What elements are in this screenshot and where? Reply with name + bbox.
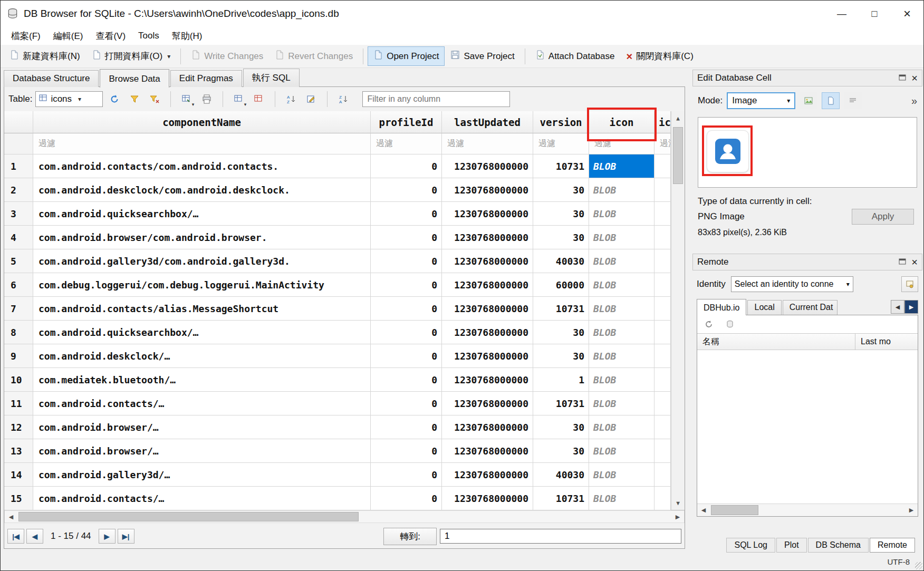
scroll-right-icon[interactable]: ▶: [905, 507, 918, 514]
cell-version[interactable]: 30: [533, 202, 589, 226]
open-project-button[interactable]: Open Project: [368, 46, 445, 66]
cell-componentname[interactable]: com.mediatek.bluetooth/…: [33, 368, 371, 392]
remote-scrollbar-thumb[interactable]: [711, 505, 758, 515]
maximize-button[interactable]: □: [858, 1, 891, 27]
view-tab[interactable]: Database Structure: [4, 70, 99, 87]
cell-componentname[interactable]: com.debug.loggerui/com.debug.loggerui.Ma…: [33, 273, 371, 297]
menu-item[interactable]: 幫助(H): [166, 28, 209, 44]
cell-componentname[interactable]: com.android.browser/…: [33, 415, 371, 439]
cell-icon-blob[interactable]: BLOB: [589, 415, 654, 439]
cell-partial[interactable]: [654, 344, 671, 368]
column-header-icon[interactable]: icon: [589, 111, 654, 133]
cell-lastupdated[interactable]: 1230768000000: [442, 439, 533, 463]
last-page-button[interactable]: ▶|: [118, 529, 134, 544]
cell-icon-blob[interactable]: BLOB: [589, 463, 654, 487]
table-row[interactable]: 9 com.android.deskclock/… 0 123076800000…: [4, 344, 685, 368]
column-header-profileid[interactable]: profileId: [371, 111, 442, 133]
cell-componentname[interactable]: com.android.deskclock/…: [33, 344, 371, 368]
view-tab[interactable]: Browse Data: [100, 69, 169, 88]
cell-profileid[interactable]: 0: [371, 321, 442, 344]
scroll-left-icon[interactable]: ◀: [5, 514, 17, 520]
table-row[interactable]: 12 com.android.browser/… 0 1230768000000…: [4, 415, 685, 439]
save-project-button[interactable]: Save Project: [445, 46, 520, 66]
remote-column-name[interactable]: 名稱: [697, 334, 855, 350]
menu-item[interactable]: Tools: [132, 28, 166, 43]
cell-icon-blob[interactable]: BLOB: [589, 392, 654, 415]
column-header-lastupdated[interactable]: lastUpdated: [442, 111, 533, 133]
cell-icon-blob[interactable]: BLOB: [589, 202, 654, 226]
table-row[interactable]: 7 com.android.contacts/alias.MessageShor…: [4, 297, 685, 321]
cell-componentname[interactable]: com.android.browser/…: [33, 439, 371, 463]
edit-cell-button[interactable]: [303, 91, 320, 108]
cell-icon-blob[interactable]: BLOB: [589, 154, 654, 178]
menu-item[interactable]: 查看(V): [89, 28, 132, 44]
close-panel-icon[interactable]: ×: [911, 256, 918, 268]
filter-button[interactable]: [126, 91, 143, 108]
table-row[interactable]: 6 com.debug.loggerui/com.debug.loggerui.…: [4, 273, 685, 297]
table-selector[interactable]: icons ▾: [35, 91, 103, 107]
cell-icon-blob[interactable]: BLOB: [589, 487, 654, 510]
filter-input-version[interactable]: 過濾: [533, 133, 589, 154]
cell-profileid[interactable]: 0: [371, 154, 442, 178]
attach-database-button[interactable]: Attach Database: [530, 46, 621, 66]
cell-version[interactable]: 30: [533, 226, 589, 249]
filter-input-icon[interactable]: 過濾: [589, 133, 654, 154]
table-row[interactable]: 4 com.android.browser/com.android.browse…: [4, 226, 685, 249]
new-database-button[interactable]: 新建資料庫(N): [4, 46, 86, 66]
scroll-left-icon[interactable]: ◀: [697, 507, 710, 514]
row-number[interactable]: 14: [4, 463, 33, 487]
row-number[interactable]: 9: [4, 344, 33, 368]
row-number[interactable]: 3: [4, 202, 33, 226]
goto-button[interactable]: 轉到:: [383, 528, 437, 545]
vertical-scrollbar-thumb[interactable]: [673, 127, 683, 184]
identity-settings-button[interactable]: [901, 276, 918, 292]
menu-item[interactable]: 編輯(E): [47, 28, 90, 44]
cell-componentname[interactable]: com.android.gallery3d/…: [33, 463, 371, 487]
sort-ascending-button[interactable]: AZ: [283, 91, 300, 108]
cell-icon-blob[interactable]: BLOB: [589, 344, 654, 368]
cell-componentname[interactable]: com.android.contacts/com.android.contact…: [33, 154, 371, 178]
filter-input-lastupdated[interactable]: 過濾: [442, 133, 533, 154]
filter-input-partial[interactable]: 過濾: [654, 133, 671, 154]
cell-lastupdated[interactable]: 1230768000000: [442, 392, 533, 415]
dock-tab[interactable]: DB Schema: [808, 538, 869, 553]
cell-partial[interactable]: [654, 487, 671, 510]
view-tab[interactable]: Edit Pragmas: [170, 70, 242, 87]
cell-partial[interactable]: [654, 368, 671, 392]
cell-profileid[interactable]: 0: [371, 249, 442, 273]
save-record-dropdown-icon[interactable]: ▾: [192, 102, 195, 107]
column-header-componentname[interactable]: componentName: [33, 111, 371, 133]
first-page-button[interactable]: |◀: [7, 529, 24, 544]
cell-componentname[interactable]: com.android.quicksearchbox/…: [33, 202, 371, 226]
cell-profileid[interactable]: 0: [371, 273, 442, 297]
row-number[interactable]: 4: [4, 226, 33, 249]
filter-any-column-input[interactable]: [362, 91, 510, 107]
write-changes-button[interactable]: Write Changes: [185, 46, 269, 66]
text-mode-button[interactable]: [844, 92, 862, 109]
row-number[interactable]: 2: [4, 178, 33, 202]
table-row[interactable]: 11 com.android.contacts/… 0 123076800000…: [4, 392, 685, 415]
apply-button[interactable]: Apply: [852, 209, 914, 225]
resize-grip-icon[interactable]: [915, 562, 922, 569]
remote-clone-button[interactable]: [721, 316, 738, 333]
cell-icon-blob[interactable]: BLOB: [589, 297, 654, 321]
cell-icon-blob[interactable]: BLOB: [589, 368, 654, 392]
horizontal-scrollbar-track[interactable]: [17, 511, 671, 522]
cell-icon-blob[interactable]: BLOB: [589, 249, 654, 273]
cell-profileid[interactable]: 0: [371, 226, 442, 249]
cell-lastupdated[interactable]: 1230768000000: [442, 344, 533, 368]
cell-profileid[interactable]: 0: [371, 344, 442, 368]
scroll-right-icon[interactable]: ▶: [671, 514, 684, 520]
filter-input-componentname[interactable]: 過濾: [33, 133, 371, 154]
cell-icon-blob[interactable]: BLOB: [589, 178, 654, 202]
cell-lastupdated[interactable]: 1230768000000: [442, 226, 533, 249]
tab-scroll-right-icon[interactable]: ▶: [904, 300, 918, 314]
image-mode-button[interactable]: [822, 92, 840, 109]
cell-profileid[interactable]: 0: [371, 368, 442, 392]
scroll-up-icon[interactable]: ▲: [671, 111, 685, 125]
table-row[interactable]: 5 com.android.gallery3d/com.android.gall…: [4, 249, 685, 273]
cell-componentname[interactable]: com.android.contacts/…: [33, 392, 371, 415]
remote-column-modified[interactable]: Last mo: [855, 334, 918, 350]
row-number[interactable]: 8: [4, 321, 33, 344]
cell-icon-blob[interactable]: BLOB: [589, 226, 654, 249]
